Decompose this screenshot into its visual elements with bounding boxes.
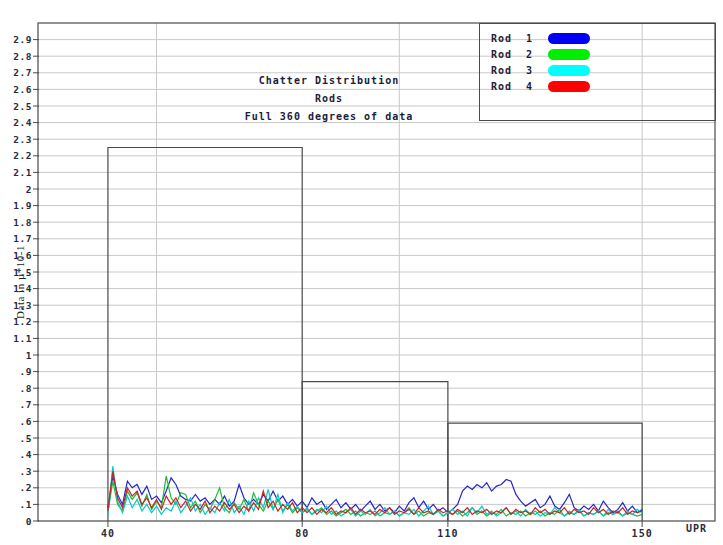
legend-swatch-rod-2 bbox=[548, 49, 590, 60]
chart-subtitle: Rods bbox=[229, 90, 429, 108]
y-tick-label: .5 bbox=[20, 433, 32, 444]
histogram-outline bbox=[108, 148, 642, 522]
y-tick-label: .3 bbox=[20, 466, 32, 477]
y-tick-label: 2.6 bbox=[13, 84, 32, 95]
y-tick-label: 1 bbox=[26, 350, 32, 361]
legend-item-rod-1: Rod 1 bbox=[480, 30, 715, 46]
y-tick-label: .4 bbox=[20, 449, 32, 460]
histogram-step bbox=[302, 382, 448, 521]
y-tick-label: 1.1 bbox=[13, 333, 32, 344]
legend-swatch-rod-4 bbox=[548, 81, 590, 92]
legend-label: Rod 1 bbox=[491, 33, 548, 44]
x-tick-label: 110 bbox=[437, 528, 458, 539]
legend-label: Rod 3 bbox=[491, 65, 548, 76]
legend-item-rod-3: Rod 3 bbox=[480, 62, 715, 78]
y-tick-label: 2.1 bbox=[13, 167, 32, 178]
legend-swatch-rod-3 bbox=[548, 65, 590, 76]
y-tick-label: 0 bbox=[26, 516, 32, 527]
chart-subtitle-2: Full 360 degrees of data bbox=[229, 108, 429, 126]
y-tick-label: 2.2 bbox=[13, 150, 32, 161]
series-line-rod-4 bbox=[108, 471, 642, 514]
chart-window: 0.1.2.3.4.5.6.7.8.911.11.21.31.41.51.61.… bbox=[0, 0, 723, 545]
y-axis-label: Data in µ*10-1 bbox=[14, 236, 26, 328]
y-tick-label: 2.7 bbox=[13, 67, 32, 78]
legend-swatch-rod-1 bbox=[548, 33, 590, 44]
histogram-step bbox=[108, 148, 302, 522]
y-tick-label: .7 bbox=[20, 399, 32, 410]
x-axis-unit-label: UPR bbox=[686, 523, 707, 534]
chart-title-block: Chatter Distribution Rods Full 360 degre… bbox=[229, 72, 429, 126]
y-tick-label: 2 bbox=[26, 184, 32, 195]
y-tick-label: 1.9 bbox=[13, 200, 32, 211]
y-tick-label: 2.3 bbox=[13, 134, 32, 145]
y-tick-label: 2.5 bbox=[13, 101, 32, 112]
legend-label: Rod 4 bbox=[491, 81, 548, 92]
legend-label: Rod 2 bbox=[491, 49, 548, 60]
y-tick-label: .1 bbox=[20, 499, 32, 510]
legend: Rod 1Rod 2Rod 3Rod 4 bbox=[479, 23, 716, 121]
y-tick-label: 1.8 bbox=[13, 217, 32, 228]
y-tick-label: 2.4 bbox=[13, 117, 32, 128]
chart-title: Chatter Distribution bbox=[229, 72, 429, 90]
y-tick-label: .9 bbox=[20, 366, 32, 377]
x-tick-label: 150 bbox=[632, 528, 653, 539]
y-tick-label: 2.8 bbox=[13, 51, 32, 62]
y-tick-label: 2.9 bbox=[13, 34, 32, 45]
y-tick-label: .8 bbox=[20, 383, 32, 394]
y-tick-label: .6 bbox=[20, 416, 32, 427]
x-tick-label: 80 bbox=[295, 528, 309, 539]
x-tick-label: 40 bbox=[101, 528, 115, 539]
y-tick-label: .2 bbox=[20, 482, 32, 493]
legend-item-rod-4: Rod 4 bbox=[480, 78, 715, 94]
legend-item-rod-2: Rod 2 bbox=[480, 46, 715, 62]
